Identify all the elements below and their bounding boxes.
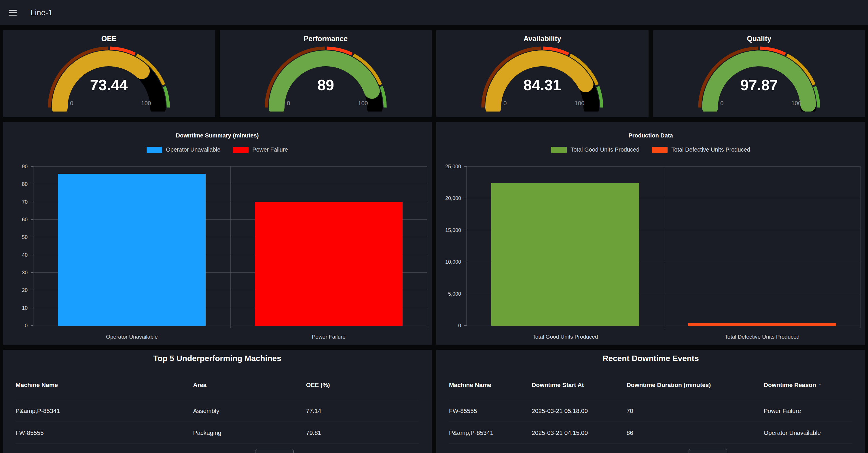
column-header-machine-name[interactable]: Machine Name: [16, 382, 193, 388]
panel-title: Availability: [436, 35, 649, 43]
y-axis-tick: [31, 184, 33, 184]
chart-legend: Total Good Units Produced Total Defectiv…: [436, 146, 865, 153]
cell-machine-name: FW-85555: [449, 407, 532, 414]
y-axis-tick: [31, 237, 33, 237]
y-axis-tick-label: 70: [22, 199, 28, 205]
category-separator-line: [664, 167, 664, 328]
y-axis-tick-label: 10: [22, 305, 28, 311]
y-axis-tick: [464, 325, 467, 326]
panel-title: Quality: [653, 35, 865, 43]
gauge-panel-performance: Performance 890100: [220, 30, 432, 117]
y-axis-tick-label: 50: [22, 234, 28, 240]
gauge-arc: 97.870100: [696, 44, 823, 112]
gauge-max-label: 100: [575, 100, 584, 106]
y-axis-tick-label: 40: [22, 252, 28, 258]
y-axis-tick-label: 20: [22, 287, 28, 293]
panel-title: Production Data: [436, 132, 865, 139]
gauge-arc: 890100: [262, 44, 389, 112]
y-axis-tick-label: 0: [25, 323, 28, 329]
gauge-value: 89: [317, 77, 334, 93]
y-axis-tick: [31, 255, 33, 255]
cell-downtime-reason: Operator Unavailable: [764, 429, 852, 436]
column-header-downtime-start[interactable]: Downtime Start At: [532, 382, 626, 388]
sort-ascending-icon: ↑: [818, 381, 822, 388]
legend-swatch: [147, 147, 162, 153]
y-axis-tick-label: 10,000: [445, 259, 461, 265]
panel-title: Performance: [220, 35, 432, 43]
y-axis-tick: [464, 166, 467, 167]
table-header-row: Machine Name Downtime Start At Downtime …: [449, 370, 852, 400]
cell-downtime-duration: 86: [626, 429, 764, 436]
legend-item[interactable]: Operator Unavailable: [147, 146, 220, 153]
dashboard-title: Line-1: [31, 8, 53, 17]
legend-label: Total Defective Units Produced: [671, 146, 750, 153]
panel-title: Top 5 Underperforming Machines: [3, 350, 432, 363]
bar-chart-plot: Operator Unavailable Power Failure 01020…: [33, 167, 427, 326]
y-axis-tick-label: 30: [22, 270, 28, 276]
column-header-downtime-reason[interactable]: Downtime Reason↑: [764, 381, 852, 389]
gauge: 73.440100: [3, 44, 215, 112]
gauge-max-label: 100: [141, 100, 151, 106]
legend-item[interactable]: Power Failure: [233, 146, 288, 153]
cell-machine-name: P&amp;P-85341: [449, 429, 532, 436]
legend-item[interactable]: Total Good Units Produced: [551, 146, 639, 153]
gauge-value: 73.44: [90, 77, 128, 93]
bar: [491, 183, 639, 326]
column-header-machine-name[interactable]: Machine Name: [449, 382, 532, 388]
bar: [688, 323, 836, 326]
dashboard-grid: OEE 73.440100 Performance 890100 Availab…: [0, 25, 868, 453]
y-axis-tick: [464, 198, 467, 198]
gauge-min-label: 0: [287, 100, 290, 106]
legend-label: Power Failure: [252, 146, 288, 153]
production-data-panel: Production Data Total Good Units Produce…: [436, 122, 865, 345]
panel-title: Downtime Summary (minutes): [3, 132, 432, 139]
panel-title: OEE: [3, 35, 215, 43]
table-row: FW-85555 Packaging 79.81: [16, 422, 419, 444]
panel-title: Recent Downtime Events: [436, 350, 865, 363]
gauge-arc: 84.310100: [479, 44, 606, 112]
pagination-button[interactable]: [689, 449, 727, 453]
y-axis-tick: [31, 166, 33, 167]
cell-oee: 77.14: [306, 407, 419, 414]
legend-swatch: [652, 147, 668, 153]
y-axis-tick-label: 60: [22, 217, 28, 223]
gauge-min-label: 0: [70, 100, 73, 106]
x-axis-label: Power Failure: [230, 334, 427, 340]
gauge: 84.310100: [436, 44, 649, 112]
y-axis-tick-label: 0: [458, 323, 461, 329]
column-header-oee[interactable]: OEE (%): [306, 382, 419, 388]
column-header-area[interactable]: Area: [193, 382, 306, 388]
cell-downtime-reason: Power Failure: [764, 407, 852, 414]
gauge-value: 84.31: [524, 77, 561, 93]
column-header-downtime-duration[interactable]: Downtime Duration (minutes): [626, 382, 764, 388]
gauge-panel-quality: Quality 97.870100: [653, 30, 865, 117]
cell-machine-name: P&amp;P-85341: [16, 407, 193, 414]
gauge-max-label: 100: [358, 100, 368, 106]
pagination-button[interactable]: [255, 449, 294, 453]
gauge-max-label: 100: [792, 100, 801, 106]
y-axis-tick: [31, 290, 33, 290]
y-axis-tick: [31, 325, 33, 326]
cell-downtime-duration: 70: [626, 407, 764, 414]
cell-area: Packaging: [193, 429, 306, 436]
legend-item[interactable]: Total Defective Units Produced: [652, 146, 750, 153]
x-axis-label: Operator Unavailable: [33, 334, 230, 340]
cell-area: Assembly: [193, 407, 306, 414]
y-axis-tick: [464, 262, 467, 262]
category-separator-line: [230, 167, 231, 328]
category-separator-line: [861, 167, 861, 328]
y-axis-tick-label: 20,000: [445, 195, 461, 202]
table-row: P&amp;P-85341 2025-03-21 04:15:00 86 Ope…: [449, 422, 852, 444]
gauge-value: 97.87: [740, 77, 778, 93]
x-axis-label: Total Good Units Produced: [467, 334, 664, 340]
y-axis-tick-label: 80: [22, 181, 28, 187]
hamburger-menu-icon[interactable]: [9, 10, 17, 16]
y-axis-tick: [464, 230, 467, 230]
table-row: P&amp;P-85341 Assembly 77.14: [16, 400, 419, 422]
cell-machine-name: FW-85555: [16, 429, 193, 436]
gauge: 97.870100: [653, 44, 865, 112]
gauge: 890100: [220, 44, 432, 112]
legend-swatch: [233, 147, 249, 153]
chart-legend: Operator Unavailable Power Failure: [3, 146, 432, 153]
downtime-summary-panel: Downtime Summary (minutes) Operator Unav…: [3, 122, 432, 345]
